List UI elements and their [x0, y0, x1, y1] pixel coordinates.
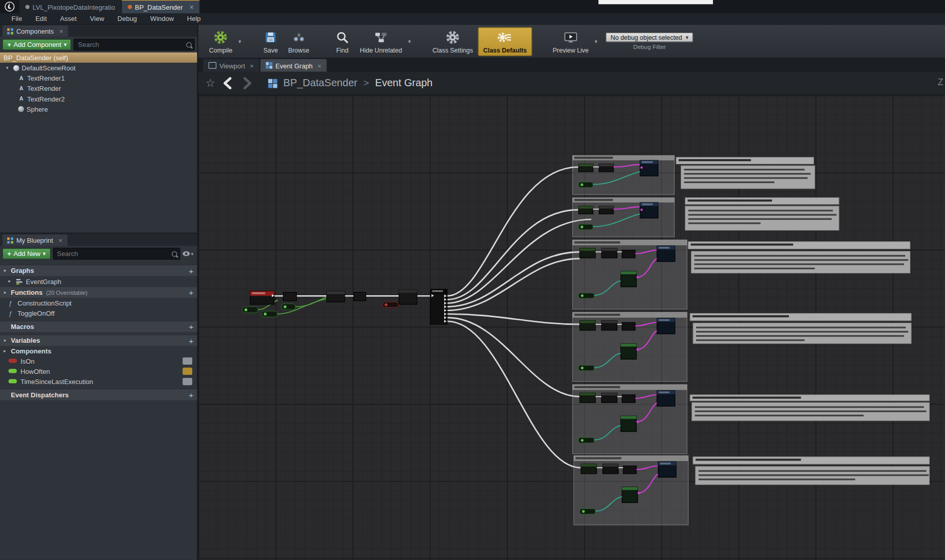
tree-item-textrender[interactable]: A TextRender: [0, 83, 197, 93]
close-icon[interactable]: ×: [189, 3, 193, 11]
section-functions[interactable]: ▾ Functions (20 Overridable) +: [0, 286, 197, 297]
menu-view[interactable]: View: [83, 15, 111, 22]
add-function-button[interactable]: +: [189, 288, 193, 297]
variable-get-node[interactable]: [242, 307, 258, 313]
node-cluster-3[interactable]: [573, 240, 687, 309]
variable-get-node[interactable]: [262, 311, 277, 317]
visibility-filter-button[interactable]: ▾: [183, 249, 195, 258]
add-new-button[interactable]: + Add New ▾: [3, 248, 50, 259]
add-variable-button[interactable]: +: [189, 336, 193, 345]
class-defaults-button[interactable]: Class Defaults: [478, 27, 532, 56]
list-item-toggleonoff[interactable]: ƒ ToggleOnOff: [0, 308, 197, 318]
comment-box-6[interactable]: [693, 457, 929, 485]
function-node[interactable]: [399, 290, 417, 304]
tab-components[interactable]: Components ×: [3, 26, 68, 37]
add-event-dispatcher-button[interactable]: +: [189, 390, 193, 399]
chevron-right-icon[interactable]: ▸: [9, 278, 13, 284]
debug-object-dropdown[interactable]: No debug object selected ▾: [606, 33, 693, 42]
variable-howoften[interactable]: HowOften: [0, 366, 197, 376]
preview-live-button[interactable]: Preview Live: [548, 28, 593, 55]
event-node[interactable]: [250, 291, 274, 304]
tab-viewport[interactable]: Viewport ×: [203, 59, 259, 72]
chevron-down-icon[interactable]: ▾: [6, 65, 11, 71]
back-button[interactable]: [221, 76, 235, 90]
browse-button[interactable]: Browse: [283, 28, 314, 55]
my-blueprint-search[interactable]: [53, 248, 181, 260]
section-macros[interactable]: Macros +: [0, 321, 197, 332]
compile-button[interactable]: Compile: [205, 28, 237, 55]
close-icon[interactable]: ×: [318, 62, 322, 69]
components-search[interactable]: [74, 39, 195, 51]
class-settings-button[interactable]: Class Settings: [428, 28, 478, 55]
add-component-button[interactable]: + Add Component ▾: [3, 39, 71, 50]
asset-tab-level[interactable]: LVL_PixotopeDataIntegratio: [19, 0, 121, 13]
variable-get-node[interactable]: [282, 304, 295, 310]
variable-ison[interactable]: IsOn: [0, 355, 197, 366]
function-node[interactable]: [327, 291, 345, 302]
menu-file[interactable]: File: [5, 15, 29, 22]
node-cluster-5[interactable]: [573, 385, 687, 454]
section-graphs[interactable]: ▾ Graphs +: [0, 265, 197, 276]
close-icon[interactable]: ×: [250, 62, 254, 69]
menu-help[interactable]: Help: [181, 15, 208, 22]
menu-edit[interactable]: Edit: [29, 15, 53, 22]
list-item-constructionscript[interactable]: ƒ ConstructionScript: [0, 298, 197, 308]
compile-options-caret[interactable]: ▾: [238, 38, 241, 44]
node-cluster-6[interactable]: [574, 455, 688, 525]
comment-box-2[interactable]: [685, 198, 839, 231]
breadcrumb-root[interactable]: BP_DataSender: [284, 77, 357, 89]
eye-closed-icon[interactable]: [183, 377, 192, 385]
menu-asset[interactable]: Asset: [54, 15, 84, 22]
sequence-node[interactable]: [430, 289, 447, 324]
comment-box-5[interactable]: [690, 395, 929, 421]
close-icon[interactable]: ×: [59, 237, 63, 244]
find-button[interactable]: Find: [329, 28, 355, 55]
asset-tab-bp-datasender[interactable]: BP_DataSender ×: [121, 0, 199, 13]
chevron-down-icon[interactable]: ▾: [4, 268, 8, 273]
list-item-eventgraph[interactable]: ▸ EventGraph: [0, 276, 197, 286]
comment-box-3[interactable]: [688, 242, 910, 273]
preview-live-options-caret[interactable]: ▾: [595, 38, 597, 44]
node-cluster-4[interactable]: [573, 312, 687, 381]
eye-open-icon[interactable]: [183, 367, 192, 374]
menu-window[interactable]: Window: [144, 15, 181, 22]
tree-item-defaultsceneroot[interactable]: ▾ DefaultSceneRoot: [0, 63, 197, 73]
comment-box-1[interactable]: [676, 157, 815, 188]
my-blueprint-icon: [7, 237, 13, 243]
components-search-input[interactable]: [77, 40, 187, 49]
tree-item-sphere[interactable]: Sphere: [0, 104, 197, 114]
tree-item-textrender2[interactable]: A TextRender2: [0, 93, 197, 104]
hide-unrelated-button[interactable]: Hide Unrelated: [355, 28, 407, 55]
tree-item-textrender1[interactable]: A TextRender1: [0, 73, 197, 83]
components-icon: [7, 28, 13, 34]
variable-get-node[interactable]: [382, 302, 398, 308]
function-node[interactable]: [354, 292, 366, 301]
function-node[interactable]: [283, 292, 296, 301]
forward-button[interactable]: [241, 76, 254, 90]
breadcrumb-current[interactable]: Event Graph: [375, 77, 432, 89]
menu-debug[interactable]: Debug: [111, 15, 143, 22]
comment-box-4[interactable]: [690, 314, 911, 344]
favorite-star-icon[interactable]: ☆: [206, 78, 215, 88]
hide-unrelated-options-caret[interactable]: ▾: [408, 38, 411, 44]
event-graph-canvas[interactable]: [198, 95, 945, 560]
node-cluster-2[interactable]: [573, 198, 675, 237]
variable-timesincelastexecution[interactable]: TimeSinceLastExecution: [0, 376, 197, 386]
variables-group-components[interactable]: ▸ Components: [0, 346, 197, 355]
add-graph-button[interactable]: +: [189, 266, 193, 275]
chevron-down-icon[interactable]: ▾: [4, 290, 8, 295]
node-cluster-1[interactable]: [573, 156, 675, 195]
chevron-down-icon[interactable]: ▾: [4, 338, 8, 343]
save-button[interactable]: Save: [258, 28, 284, 55]
close-icon[interactable]: ×: [59, 28, 63, 35]
tree-item-self[interactable]: BP_DataSender (self): [0, 53, 197, 63]
event-graph-icon: [16, 278, 23, 285]
tab-event-graph[interactable]: Event Graph ×: [261, 59, 327, 72]
section-event-dispatchers[interactable]: Event Dispatchers +: [0, 389, 197, 400]
tab-my-blueprint[interactable]: My Blueprint ×: [3, 235, 67, 246]
eye-closed-icon[interactable]: [183, 357, 192, 364]
my-blueprint-search-input[interactable]: [56, 249, 171, 258]
section-variables[interactable]: ▾ Variables +: [0, 335, 197, 346]
add-macro-button[interactable]: +: [189, 322, 193, 332]
chevron-down-icon[interactable]: ▸: [4, 348, 8, 353]
